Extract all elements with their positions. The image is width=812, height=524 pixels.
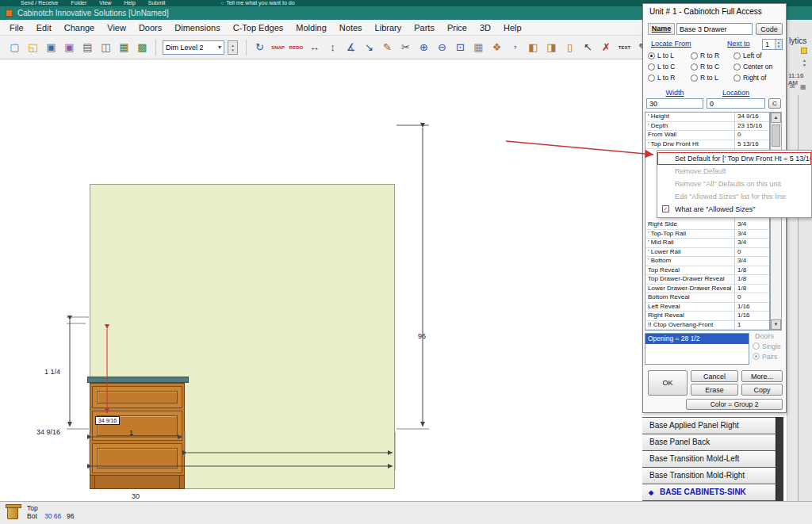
cancel-button[interactable]: Cancel [691, 370, 738, 382]
name-button[interactable]: Name [648, 23, 675, 35]
' Top-Top Rail[interactable]: ' Top-Top Rail3/4 [645, 230, 769, 239]
doors-radio[interactable]: Single [753, 341, 781, 351]
unit-name-input[interactable] [676, 23, 753, 35]
context-menu-item[interactable]: ✓ Remove Default [657, 165, 811, 178]
dim-edit-icon[interactable]: ✎ [379, 39, 396, 55]
width-input[interactable] [646, 98, 703, 109]
' Height[interactable]: ' Height34 9/16 [645, 113, 769, 122]
text-tool-icon[interactable]: TEXT [616, 39, 633, 55]
zoom-out-icon[interactable]: ⊖ [434, 39, 450, 55]
grid-paste-icon[interactable]: ▩ [134, 39, 151, 55]
zoom-window-icon[interactable]: ⊡ [452, 39, 469, 55]
library-item[interactable]: Base Panel Back [642, 434, 776, 450]
pointer-icon[interactable]: ↖ [580, 39, 596, 55]
menu-item[interactable]: Molding [289, 23, 333, 33]
save-as-icon[interactable]: ▣ [61, 39, 78, 55]
print-preview-icon[interactable]: ◫ [98, 39, 114, 55]
opening-item[interactable]: Opening = 28 1/2 [645, 334, 749, 344]
locate-radio[interactable]: Right of [733, 72, 772, 83]
locate-radio[interactable]: Left of [733, 50, 772, 61]
outlook-ribbon-tab[interactable]: Send / Receive [21, 0, 58, 6]
dim-level-stepper[interactable]: ▴▾ [228, 40, 238, 55]
outlook-ribbon-tab[interactable]: Folder [71, 0, 86, 6]
scrollbar-thumb[interactable] [772, 124, 780, 147]
palette-icon[interactable]: ❖ [488, 39, 505, 55]
opening-listbox[interactable]: Opening = 28 1/2 [645, 333, 749, 365]
locate-radio[interactable]: Center on [733, 61, 772, 72]
menu-item[interactable]: Parts [408, 23, 441, 33]
dim-leader-icon[interactable]: ↘ [361, 39, 377, 55]
envelope-icon[interactable]: ✉ [790, 83, 795, 90]
new-document-icon[interactable]: ▢ [6, 39, 23, 55]
location-input[interactable] [707, 98, 765, 109]
menu-item[interactable]: Help [497, 23, 528, 33]
locate-radio[interactable]: L to C [648, 61, 675, 72]
menu-item[interactable]: File [3, 23, 30, 33]
dim-level-select[interactable]: Dim Level 2 ▾ [163, 40, 224, 55]
table-scrollbar[interactable]: ▲ ▼ [770, 112, 782, 331]
' Depth[interactable]: ' Depth23 15/16 [645, 122, 769, 132]
tell-me-box[interactable]: ○ Tell me what you want to do [221, 0, 295, 6]
menu-item[interactable]: Notes [333, 23, 369, 33]
locate-radio[interactable]: L to L [648, 50, 675, 61]
scroll-down-icon[interactable]: ▼ [771, 319, 781, 330]
Top Drawer-Drawer Reveal[interactable]: Top Drawer-Drawer Reveal1/8 [645, 275, 769, 285]
zoom-in-icon[interactable]: ⊕ [416, 39, 432, 55]
flag-icon[interactable] [801, 48, 807, 54]
analytics-label[interactable]: lytics [789, 36, 806, 45]
dim-vertical-icon[interactable]: ↕ [324, 39, 341, 55]
copy-button[interactable]: Copy [741, 384, 783, 396]
locate-radio[interactable]: R to L [691, 72, 719, 83]
Right Reveal[interactable]: Right Reveal1/16 [645, 312, 769, 321]
c-button[interactable]: C [768, 98, 781, 109]
menu-item[interactable]: Change [58, 23, 102, 33]
cut-icon[interactable]: ✂ [397, 39, 414, 55]
cabinet-countertop[interactable] [87, 377, 189, 383]
' Bottom[interactable]: ' Bottom3/4 [645, 257, 769, 266]
menu-item[interactable]: C-Top Edges [227, 23, 290, 33]
grid-toggle-icon[interactable]: ▦ [470, 39, 487, 55]
door-icon[interactable]: ▯ [561, 39, 578, 55]
' Lower Rail[interactable]: ' Lower Rail0 [645, 248, 769, 258]
menu-item[interactable]: Dimensions [168, 23, 226, 33]
open-folder-icon[interactable]: ◱ [25, 39, 41, 55]
locate-radio[interactable]: L to R [648, 72, 675, 83]
rotate-icon[interactable]: ↻ [251, 39, 268, 55]
code-button[interactable]: Code [756, 23, 783, 35]
help-icon[interactable]: ? [507, 39, 523, 55]
From Wall[interactable]: From Wall0 [645, 131, 769, 140]
wall-cabinet-icon[interactable]: ◨ [543, 39, 560, 55]
Right Side[interactable]: Right Side3/4 [645, 220, 769, 230]
snap-icon[interactable]: SNAP [270, 39, 286, 55]
print-icon[interactable]: ▤ [79, 39, 96, 55]
dim-angle-icon[interactable]: ∡ [343, 39, 359, 55]
base-cabinet-icon[interactable]: ◧ [525, 39, 542, 55]
Lower Drawer-Drawer Reveal[interactable]: Lower Drawer-Drawer Reveal1/8 [645, 285, 769, 294]
redo-icon[interactable]: REDO [288, 39, 304, 55]
locate-radio[interactable]: R to R [691, 50, 719, 61]
menu-item[interactable]: Price [441, 23, 473, 33]
more-button[interactable]: More... [741, 370, 783, 382]
library-item[interactable]: Base Transition Mold-Left [642, 450, 776, 467]
context-menu-item[interactable]: ✓ Edit "Allowed Sizes" list for this lin… [657, 190, 811, 203]
context-menu-item[interactable]: ✓ What are "Allowed Sizes" [657, 203, 811, 216]
library-item[interactable]: Base Transition Mold-Right [642, 467, 776, 484]
drawer-front-3[interactable] [92, 443, 182, 473]
context-menu-item[interactable]: ✓ Set Default for [' Top Drw Front Ht = … [657, 152, 811, 165]
erase-button[interactable]: Erase [691, 384, 738, 396]
drawer-front-2[interactable] [92, 411, 182, 441]
color-group-button[interactable]: Color = Group 2 [686, 399, 783, 410]
Top Reveal[interactable]: Top Reveal1/8 [645, 266, 769, 276]
scroll-arrows-icon[interactable]: ▲▼ [802, 58, 806, 67]
spinner-arrows-icon[interactable]: ▲▼ [775, 40, 782, 49]
grid-copy-icon[interactable]: ▦ [116, 39, 132, 55]
cabinet-height-dim-box[interactable]: 34 9/16 [95, 416, 120, 425]
outlook-ribbon-tab[interactable]: View [99, 0, 111, 6]
calendar-icon[interactable]: ▦ [800, 83, 806, 90]
menu-item[interactable]: 3D [473, 23, 497, 33]
save-icon[interactable]: ▣ [43, 39, 59, 55]
ok-button[interactable]: OK [648, 370, 688, 396]
!! Ctop Overhang-Front[interactable]: !! Ctop Overhang-Front1 [645, 321, 769, 331]
library-item[interactable]: Base Applied Panel Right [642, 417, 776, 434]
' Top Drw Front Ht[interactable]: ' Top Drw Front Ht5 13/16 [645, 140, 769, 150]
